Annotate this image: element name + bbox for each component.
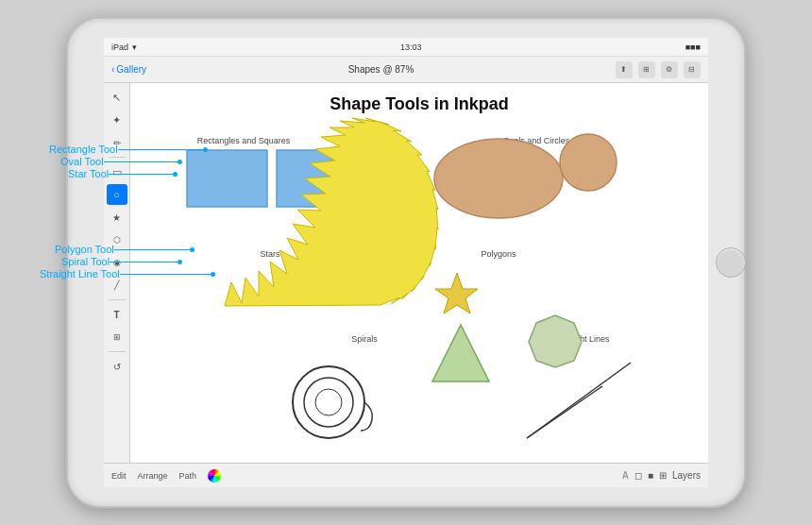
- shape-line-2: [527, 386, 602, 438]
- shape-oval: [434, 139, 563, 218]
- spiral-tool[interactable]: ◉: [107, 252, 127, 273]
- nav-icons: ⬆ ⊞ ⚙ ⊟: [616, 61, 701, 78]
- tablet-screen: iPad ▾ 13:03 ■■■ ‹ Gallery Shapes @ 87% …: [104, 38, 708, 487]
- image-tool[interactable]: ⊞: [107, 327, 127, 347]
- nav-title: Shapes @ 87%: [348, 64, 414, 75]
- canvas-area[interactable]: Shape Tools in Inkpad Rectangles and Squ…: [130, 83, 708, 463]
- polygon-tool[interactable]: ⬡: [107, 229, 127, 250]
- undo-btn[interactable]: ↺: [107, 356, 127, 377]
- ipad-label: iPad: [111, 42, 128, 52]
- status-left: iPad ▾: [111, 42, 137, 52]
- select-tool[interactable]: ✦: [107, 110, 127, 130]
- shape-spiral-inner: [304, 378, 353, 427]
- shape-icon[interactable]: ◻: [634, 470, 642, 481]
- shape-spiral-innermost: [315, 389, 342, 415]
- path-btn[interactable]: Path: [179, 471, 197, 481]
- shape-rectangle-1: [187, 150, 267, 207]
- arrow-tool[interactable]: ↖: [107, 87, 127, 108]
- shape-triangle: [432, 325, 489, 381]
- star-tool[interactable]: ★: [107, 207, 127, 228]
- oval-tool[interactable]: ○: [107, 184, 127, 205]
- rect-section-label: Rectangles and Squares: [197, 136, 291, 145]
- rect-tool[interactable]: ▭: [107, 161, 127, 182]
- tool-separator-3: [109, 351, 126, 352]
- polygons-section-label: Polygons: [481, 249, 516, 259]
- tablet-device: iPad ▾ 13:03 ■■■ ‹ Gallery Shapes @ 87% …: [66, 17, 746, 508]
- text-icon[interactable]: A: [622, 470, 629, 481]
- bottom-right: A ◻ ■ ⊞ Layers: [622, 470, 701, 481]
- grid-icon-btn[interactable]: ⊟: [684, 61, 701, 78]
- shape-circle: [560, 134, 617, 191]
- layers-label[interactable]: Layers: [672, 470, 701, 481]
- back-label: Gallery: [116, 64, 146, 75]
- settings-icon-btn[interactable]: ⚙: [661, 61, 678, 78]
- pen-tool[interactable]: ✏: [107, 132, 127, 153]
- color-wheel-icon[interactable]: [208, 469, 221, 483]
- canvas-svg: Rectangles and Squares Ovals and Circles…: [130, 83, 708, 463]
- main-area: ↖ ✦ ✏ ▭ ○ ★ ⬡ ◉ ╱ T ⊞ ↺ Shape Tools in I…: [104, 83, 708, 463]
- shape-star-burst: [225, 118, 438, 306]
- spirals-section-label: Spirals: [351, 334, 378, 344]
- status-time: 13:03: [400, 42, 422, 52]
- stars-section-label: Stars: [260, 249, 280, 259]
- nav-bar: ‹ Gallery Shapes @ 87% ⬆ ⊞ ⚙ ⊟: [104, 57, 708, 83]
- back-button[interactable]: ‹ Gallery: [111, 64, 146, 75]
- tool-separator-2: [109, 299, 126, 300]
- line-tool[interactable]: ╱: [107, 275, 127, 296]
- chevron-left-icon: ‹: [111, 64, 114, 75]
- shape-star-5pt: [435, 273, 478, 313]
- share-icon-btn[interactable]: ⬆: [616, 61, 633, 78]
- tool-separator-1: [109, 157, 126, 158]
- pattern-icon[interactable]: ⊞: [659, 470, 667, 481]
- edit-btn[interactable]: Edit: [111, 471, 127, 481]
- toolbar: ↖ ✦ ✏ ▭ ○ ★ ⬡ ◉ ╱ T ⊞ ↺: [104, 83, 130, 463]
- image-icon-btn[interactable]: ⊞: [638, 61, 655, 78]
- status-right: ■■■: [685, 42, 701, 52]
- text-tool[interactable]: T: [107, 304, 127, 325]
- fill-icon[interactable]: ■: [648, 470, 653, 481]
- battery-icon: ■■■: [685, 42, 701, 52]
- arrange-btn[interactable]: Arrange: [138, 471, 168, 481]
- home-button[interactable]: [716, 247, 746, 278]
- status-bar: iPad ▾ 13:03 ■■■: [104, 38, 708, 57]
- wifi-icon: ▾: [132, 42, 137, 52]
- shape-octagon: [529, 315, 582, 367]
- bottom-toolbar: Edit Arrange Path A ◻ ■ ⊞ Layers: [104, 463, 708, 487]
